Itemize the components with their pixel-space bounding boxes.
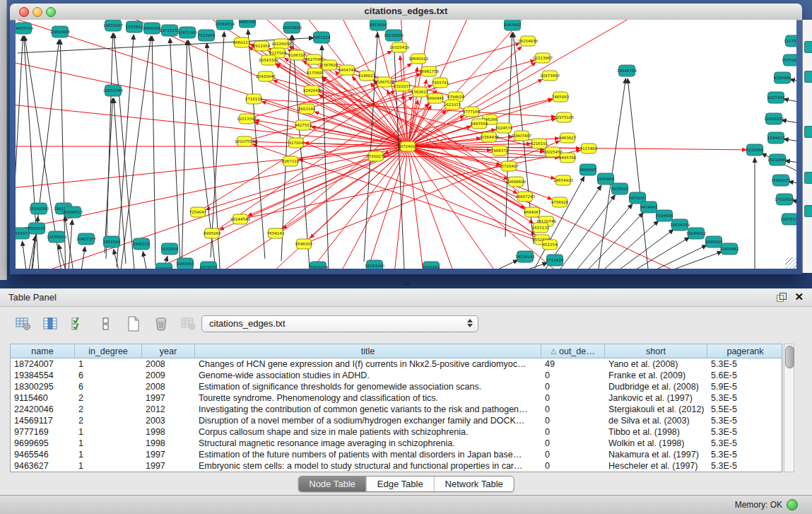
teal-node-7512984[interactable]: 7512984 bbox=[198, 30, 216, 41]
teal-node-15992071[interactable]: 15992071 bbox=[771, 175, 791, 186]
teal-node-9465546[interactable]: 9465546 bbox=[239, 20, 257, 28]
table-cell[interactable]: 18724007 bbox=[11, 358, 75, 370]
table-cell[interactable]: 1997 bbox=[142, 460, 195, 472]
yellow-node-18640910[interactable]: 18640910 bbox=[408, 54, 428, 64]
table-cell[interactable]: Nakamura et al. (1997) bbox=[605, 449, 707, 460]
table-row[interactable]: 1938455462009Genome-wide association stu… bbox=[11, 370, 782, 381]
import-table-icon[interactable] bbox=[180, 315, 198, 333]
table-cell[interactable]: 6 bbox=[75, 370, 142, 381]
yellow-node-9684067[interactable]: 9684067 bbox=[524, 207, 541, 217]
yellow-node-10807487[interactable]: 10807487 bbox=[512, 131, 531, 141]
table-cell[interactable]: Stergiakouli et al. (2012) bbox=[605, 404, 707, 415]
show-columns-icon[interactable] bbox=[42, 315, 60, 333]
yellow-node-18724007[interactable]: 18724007 bbox=[398, 141, 418, 151]
table-row[interactable]: 1872400712008Changes of HCN gene express… bbox=[11, 358, 782, 370]
yellow-node-8186328[interactable]: 8186328 bbox=[288, 50, 306, 60]
table-cell[interactable]: 1 bbox=[75, 449, 142, 460]
table-cell[interactable]: 0 bbox=[541, 449, 605, 460]
yellow-node-12213967[interactable]: 12213967 bbox=[533, 53, 553, 63]
table-cell[interactable]: 1998 bbox=[142, 438, 195, 449]
teal-node-16033809[interactable]: 16033809 bbox=[282, 22, 302, 33]
teal-node-16210643[interactable]: 16210643 bbox=[767, 154, 787, 165]
table-cell[interactable]: 9465546 bbox=[11, 449, 75, 460]
column-header[interactable]: △out_de… bbox=[541, 344, 605, 358]
yellow-node-3024574[interactable]: 3024574 bbox=[495, 123, 513, 133]
yellow-node-917004[interactable]: 917004 bbox=[289, 138, 304, 148]
teal-node-8813054[interactable]: 8813054 bbox=[370, 20, 387, 30]
teal-node-1451509[interactable]: 1451509 bbox=[103, 236, 121, 247]
table-row[interactable]: 911546021997Tourette syndrome. Phenomeno… bbox=[11, 392, 782, 404]
table-cell[interactable]: Tourette syndrome. Phenomenology and cla… bbox=[195, 392, 541, 404]
table-cell[interactable]: 22420046 bbox=[11, 404, 75, 415]
teal-node-8508185[interactable]: 8508185 bbox=[28, 223, 46, 234]
yellow-node-8267110[interactable]: 8267110 bbox=[282, 156, 300, 166]
table-cell[interactable]: 5.9E-5 bbox=[707, 381, 783, 392]
table-cell[interactable]: Estimation of significance thresholds fo… bbox=[195, 381, 541, 392]
table-cell[interactable]: 9699695 bbox=[11, 438, 75, 449]
yellow-node-15720407[interactable]: 15720407 bbox=[499, 161, 519, 171]
table-cell[interactable]: 0 bbox=[541, 381, 605, 392]
table-cell[interactable]: 1997 bbox=[142, 449, 195, 460]
yellow-node-452254[interactable]: 452254 bbox=[543, 240, 558, 250]
yellow-node-6216191[interactable]: 6216191 bbox=[531, 139, 548, 148]
yellow-node-10973493[interactable]: 10973493 bbox=[540, 71, 560, 81]
table-row[interactable]: 2242004622012Investigating the contribut… bbox=[11, 404, 782, 415]
teal-node-15751874[interactable]: 15751874 bbox=[782, 54, 796, 66]
table-cell[interactable]: Changes of HCN gene expression and I(f) … bbox=[195, 358, 541, 370]
yellow-node-6497568[interactable]: 6497568 bbox=[471, 119, 488, 129]
teal-node-26160590[interactable]: 26160590 bbox=[29, 203, 49, 214]
yellow-node-9546305[interactable]: 9546305 bbox=[295, 239, 313, 249]
teal-node-9102058[interactable]: 9102058 bbox=[161, 243, 179, 255]
table-cell[interactable]: Estimation of the future numbers of pati… bbox=[195, 449, 541, 460]
yellow-node-9242848[interactable]: 9242848 bbox=[303, 86, 321, 95]
yellow-node-1362615[interactable]: 1362615 bbox=[411, 87, 429, 97]
column-header[interactable]: pagerank bbox=[707, 344, 783, 358]
table-cell[interactable]: 2 bbox=[75, 415, 142, 426]
yellow-node-8995089[interactable]: 8995089 bbox=[204, 228, 221, 238]
table-cell[interactable]: 5.3E-5 bbox=[707, 392, 783, 404]
table-cell[interactable]: 0 bbox=[541, 370, 605, 381]
table-cell[interactable]: 9115460 bbox=[11, 392, 75, 404]
teal-node-16648784[interactable]: 16648784 bbox=[617, 65, 637, 76]
table-cell[interactable]: 5.3E-5 bbox=[707, 449, 783, 460]
column-header[interactable]: name bbox=[11, 344, 75, 358]
table-cell[interactable]: de Silva et al. (2003) bbox=[605, 415, 707, 426]
teal-node-1640954[interactable]: 1640954 bbox=[597, 173, 615, 185]
teal-node-10634339[interactable]: 10634339 bbox=[670, 219, 690, 230]
table-cell[interactable]: 2 bbox=[75, 404, 142, 415]
table-cell[interactable]: 0 bbox=[541, 426, 605, 438]
yellow-node-8990445[interactable]: 8990445 bbox=[427, 93, 445, 103]
yellow-node-16144549[interactable]: 16144549 bbox=[230, 214, 250, 224]
column-header[interactable]: title bbox=[195, 344, 541, 358]
scrollbar-thumb[interactable] bbox=[785, 346, 794, 368]
yellow-node-9756928[interactable]: 9756928 bbox=[551, 197, 569, 207]
table-cell[interactable]: Yano et al. (2008) bbox=[605, 358, 707, 370]
yellow-node-7254047[interactable]: 7254047 bbox=[189, 207, 207, 217]
table-cell[interactable]: 0 bbox=[541, 438, 605, 449]
teal-node-18243040[interactable]: 18243040 bbox=[365, 260, 384, 269]
teal-node-16971368[interactable]: 16971368 bbox=[177, 27, 197, 38]
teal-node-20053346[interactable]: 20053346 bbox=[103, 85, 123, 96]
teal-node-8248428[interactable]: 8248428 bbox=[155, 263, 173, 269]
yellow-node-2803144[interactable]: 2803144 bbox=[298, 104, 316, 114]
yellow-node-12213393[interactable]: 12213393 bbox=[237, 114, 257, 124]
teal-node-20891406[interactable]: 20891406 bbox=[50, 26, 70, 37]
table-cell[interactable]: 2008 bbox=[142, 358, 195, 370]
window-resize-grip[interactable] bbox=[785, 257, 796, 269]
table-cell[interactable]: 0 bbox=[541, 404, 605, 415]
table-cell[interactable]: Dudbridge et al. (2008) bbox=[605, 381, 707, 392]
tab-edge-table[interactable]: Edge Table bbox=[366, 477, 434, 491]
table-cell[interactable]: Structural magnetic resonance image aver… bbox=[195, 438, 541, 449]
teal-node-20206513[interactable]: 20206513 bbox=[63, 206, 83, 218]
create-column-icon[interactable] bbox=[124, 315, 143, 333]
yellow-node-8454749[interactable]: 8454749 bbox=[339, 65, 356, 75]
table-cell[interactable]: 2003 bbox=[142, 415, 195, 426]
yellow-node-9146821[interactable]: 9146821 bbox=[358, 71, 376, 81]
table-cell[interactable]: Disruption of a novel member of a sodium… bbox=[195, 415, 541, 426]
yellow-node-9115460[interactable]: 9115460 bbox=[580, 144, 598, 153]
yellow-node-8660123[interactable]: 8660123 bbox=[233, 37, 251, 47]
table-cell[interactable]: 5.3E-5 bbox=[707, 415, 783, 426]
teal-node-7916658[interactable]: 7916658 bbox=[656, 210, 673, 221]
teal-node-1244413[interactable]: 1244413 bbox=[767, 132, 785, 144]
yellow-node-10543382[interactable]: 10543382 bbox=[259, 55, 278, 65]
